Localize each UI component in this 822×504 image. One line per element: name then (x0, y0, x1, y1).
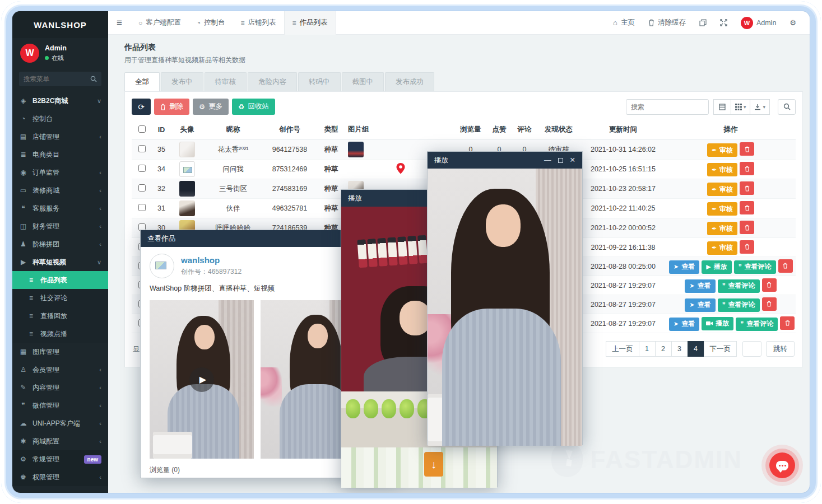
sidebar-item-social-comments[interactable]: ≡社交评论 (12, 289, 108, 307)
minimize-icon[interactable]: — (544, 157, 551, 164)
delete-row-button[interactable] (740, 201, 754, 214)
delete-row-button[interactable] (780, 316, 795, 330)
delete-row-button[interactable] (740, 181, 754, 195)
export-button[interactable]: ▾ (750, 99, 770, 115)
sidebar-item-mall-decoration[interactable]: ▭装修商城‹ (12, 181, 108, 199)
view-button[interactable]: ➤查看 (685, 298, 715, 312)
recycle-bin-button[interactable]: ♻回收站 (232, 99, 275, 115)
filter-tab-dangerous[interactable]: 危险内容 (248, 72, 297, 91)
col-type[interactable]: 类型 (317, 121, 346, 140)
sidebar-item-dashboard[interactable]: ◔控制台 (12, 110, 108, 128)
view-button[interactable]: ➤查看 (669, 260, 699, 274)
image-thumbnail[interactable] (348, 142, 364, 157)
video-thumbnail[interactable]: ▶ (150, 300, 254, 459)
delete-row-button[interactable] (740, 240, 754, 254)
sidebar-item-member-management[interactable]: ♙会员管理‹ (12, 361, 108, 379)
col-creator[interactable]: 创作号 (263, 121, 317, 140)
delete-row-button[interactable] (740, 162, 754, 175)
col-id[interactable]: ID (152, 121, 171, 140)
delete-row-button[interactable] (762, 297, 777, 311)
sidebar-search[interactable] (19, 72, 101, 86)
sidebar-item-b2b2c-mall[interactable]: ◈B2B2C商城∨ (12, 92, 108, 110)
sidebar-toggle-button[interactable]: ≡ (108, 17, 131, 29)
sidebar-search-input[interactable] (24, 76, 90, 82)
select-all-checkbox[interactable] (138, 125, 146, 133)
sidebar-item-content-management[interactable]: ✎内容管理‹ (12, 379, 108, 396)
view-comments-button[interactable]: ❞查看评论 (718, 298, 760, 312)
sidebar-item-mall-config[interactable]: ✱商城配置‹ (12, 432, 108, 450)
table-search-input[interactable] (626, 99, 709, 115)
delete-row-button[interactable] (778, 259, 793, 273)
delete-row-button[interactable] (740, 142, 754, 156)
view-button[interactable]: ➤查看 (669, 318, 699, 331)
video-player[interactable] (428, 169, 582, 446)
view-comments-button[interactable]: ❞查看评论 (736, 318, 778, 331)
detail-view-button[interactable] (713, 99, 731, 115)
filter-tab-pending-review[interactable]: 待审核 (205, 72, 247, 91)
columns-button[interactable]: ▾ (731, 99, 751, 115)
audit-button[interactable]: ✒审核 (707, 163, 737, 176)
audit-button[interactable]: ✒审核 (707, 202, 737, 216)
filter-tab-transcoding[interactable]: 转码中 (298, 72, 341, 91)
audit-button[interactable]: ✒审核 (707, 222, 737, 235)
row-checkbox[interactable] (138, 204, 146, 211)
sidebar-item-works-list[interactable]: ≡作品列表 (12, 271, 108, 289)
user-avatar[interactable]: W (20, 44, 39, 63)
tab-works-list[interactable]: ≡作品列表 (284, 11, 336, 35)
search-submit-button[interactable] (778, 99, 796, 115)
scroll-down-arrow-icon[interactable]: ↓ (424, 452, 443, 477)
view-comments-button[interactable]: ❞查看评论 (718, 279, 760, 293)
filter-tab-all[interactable]: 全部 (124, 72, 160, 91)
sidebar-item-video-on-demand[interactable]: ≡视频点播 (12, 325, 108, 343)
col-nickname[interactable]: 昵称 (203, 121, 263, 140)
sidebar-item-general-management[interactable]: ⚙常规管理new (12, 450, 108, 468)
filter-tab-published[interactable]: 发布成功 (385, 72, 434, 91)
col-comments[interactable]: 评论 (512, 121, 537, 140)
play-video-button[interactable]: 播放 (702, 317, 733, 330)
sidebar-item-group-buying[interactable]: ♟阶梯拼团‹ (12, 235, 108, 253)
jump-button[interactable]: 跳转 (766, 341, 795, 357)
tab-shop-list[interactable]: ≡店铺列表 (233, 11, 284, 35)
sidebar-item-uniapp-client[interactable]: ☁UNI-APP客户端‹ (12, 414, 108, 432)
audit-button[interactable]: ✒审核 (707, 143, 737, 157)
author-name-link[interactable]: wanlshop (181, 255, 242, 265)
sidebar-item-ecommerce-category[interactable]: ≣电商类目 (12, 146, 108, 164)
player-modal-header[interactable]: 播放 — ✕ (428, 152, 582, 169)
view-comments-button[interactable]: ❞查看评论 (734, 260, 776, 274)
page-button-4-active[interactable]: 4 (688, 341, 704, 357)
filter-tab-screenshot[interactable]: 截图中 (342, 72, 384, 91)
row-checkbox[interactable] (138, 165, 146, 172)
col-likes[interactable]: 点赞 (486, 121, 512, 140)
audit-button[interactable]: ✒审核 (707, 241, 737, 255)
audit-button[interactable]: ✒审核 (707, 183, 737, 196)
more-button[interactable]: ⚙更多 (193, 99, 229, 115)
refresh-button[interactable]: ⟳ (132, 99, 151, 115)
col-status[interactable]: 发现状态 (537, 121, 580, 140)
next-page-button[interactable]: 下一页 (704, 341, 737, 357)
jump-page-input[interactable] (742, 341, 761, 357)
row-checkbox[interactable] (138, 145, 146, 152)
sidebar-item-short-video[interactable]: ▶种草短视频∨ (12, 253, 108, 271)
tab-dashboard[interactable]: ◔控制台 (189, 11, 233, 35)
admin-menu[interactable]: WAdmin (735, 11, 782, 35)
home-button[interactable]: ⌂主页 (607, 11, 640, 35)
play-button[interactable]: ▶播放 (702, 260, 731, 274)
settings-button[interactable]: ⚙ (784, 11, 802, 35)
fullscreen-button[interactable] (714, 11, 733, 35)
col-views[interactable]: 浏览量 (455, 121, 486, 140)
maximize-icon[interactable] (558, 158, 563, 163)
sidebar-item-gallery-management[interactable]: ▦图库管理 (12, 343, 108, 361)
location-pin-icon[interactable] (396, 163, 405, 176)
clear-cache-button[interactable]: 清除缓存 (643, 11, 691, 35)
tab-client-config[interactable]: ○客户端配置 (131, 11, 189, 35)
delete-button[interactable]: 删除 (154, 99, 189, 115)
col-updated[interactable]: 更新时间 (580, 121, 666, 140)
page-button-1[interactable]: 1 (639, 341, 656, 357)
close-icon[interactable]: ✕ (570, 157, 575, 164)
filter-tab-publishing[interactable]: 发布中 (161, 72, 203, 91)
page-button-2[interactable]: 2 (655, 341, 672, 357)
page-button-3[interactable]: 3 (671, 341, 688, 357)
sidebar-item-order-monitor[interactable]: ◉订单监管‹ (12, 164, 108, 181)
prev-page-button[interactable]: 上一页 (606, 341, 639, 357)
sidebar-item-wechat-management[interactable]: ❞微信管理‹ (12, 396, 108, 414)
